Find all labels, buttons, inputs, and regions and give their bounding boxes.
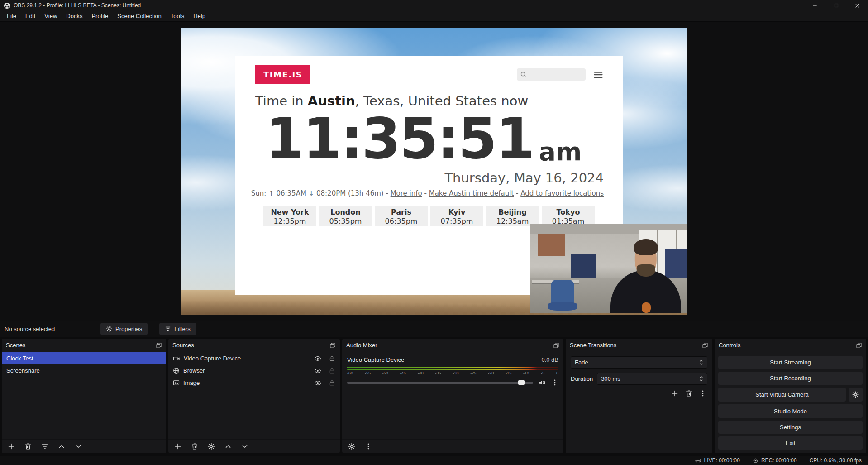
preview-area: TIME.IS Time in Austin, Texas, United St…: [0, 22, 868, 321]
exit-button[interactable]: Exit: [718, 436, 863, 450]
obs-logo-icon: [4, 2, 10, 9]
close-button[interactable]: [847, 0, 868, 11]
start-recording-button[interactable]: Start Recording: [718, 372, 863, 385]
camera-icon: [173, 355, 180, 362]
source-item-image[interactable]: Image: [168, 377, 340, 389]
timeis-logo: TIME.IS: [255, 65, 310, 84]
controls-dock-header: Controls: [715, 339, 866, 352]
scale-tick: -35: [435, 371, 441, 375]
start-virtual-camera-button[interactable]: Start Virtual Camera: [718, 388, 846, 402]
make-default-link: Make Austin time default: [429, 189, 514, 197]
duration-value: 300 ms: [601, 375, 620, 382]
scene-item-clock-test[interactable]: Clock Test: [2, 352, 166, 364]
lock-button[interactable]: [329, 355, 335, 362]
volume-slider[interactable]: [347, 382, 533, 384]
world-cities-row: New York12:35pm London05:35pm Paris06:35…: [235, 206, 623, 226]
source-item-video-capture[interactable]: Video Capture Device: [168, 352, 340, 364]
visibility-eye-button[interactable]: [314, 355, 321, 362]
popout-icon[interactable]: [553, 342, 559, 349]
move-scene-down-button[interactable]: [75, 443, 82, 450]
advanced-audio-button[interactable]: [348, 443, 355, 450]
move-scene-up-button[interactable]: [58, 443, 65, 450]
trash-icon: [191, 443, 198, 450]
menu-help[interactable]: Help: [189, 11, 210, 21]
link-separator: -: [422, 189, 429, 197]
mixer-more-button[interactable]: [365, 443, 372, 450]
filter-icon: [41, 443, 48, 450]
remove-source-button[interactable]: [191, 443, 198, 450]
move-source-down-button[interactable]: [241, 443, 248, 450]
virtual-camera-row: Start Virtual Camera: [718, 388, 863, 402]
scale-tick: -45: [400, 371, 406, 375]
office-chair: [551, 280, 574, 308]
popout-icon[interactable]: [329, 342, 336, 349]
lock-button[interactable]: [329, 367, 335, 374]
start-streaming-button[interactable]: Start Streaming: [718, 356, 863, 369]
add-transition-button[interactable]: [671, 390, 678, 397]
city-name: Beijing: [486, 208, 539, 217]
add-source-button[interactable]: [174, 443, 181, 450]
studio-mode-button[interactable]: Studio Mode: [718, 404, 863, 417]
duration-spinbox[interactable]: 300 ms: [597, 373, 707, 385]
add-scene-button[interactable]: [8, 443, 15, 450]
sources-list: Video Capture Device Browser Image: [168, 352, 340, 439]
plus-icon: [8, 443, 15, 450]
sources-dock: Sources Video Capture Device Browser Ima…: [168, 339, 340, 453]
visibility-eye-button[interactable]: [314, 367, 321, 374]
city-name: New York: [263, 208, 316, 217]
clock-time: 11:35:51: [265, 110, 534, 167]
person-beard: [637, 264, 655, 277]
source-properties-button[interactable]: [208, 443, 215, 450]
source-label: Image: [183, 379, 200, 386]
volume-slider-handle[interactable]: [518, 380, 525, 385]
menu-docks[interactable]: Docks: [62, 11, 87, 21]
clock-meridiem: am: [539, 139, 582, 167]
move-source-up-button[interactable]: [224, 443, 232, 450]
webcam-source: [530, 224, 687, 313]
scale-tick: -30: [453, 371, 458, 375]
scene-filters-button[interactable]: [41, 443, 48, 450]
source-item-browser[interactable]: Browser: [168, 364, 340, 377]
transition-properties-button[interactable]: [699, 390, 706, 397]
popout-icon[interactable]: [856, 342, 862, 349]
scale-tick: -60: [347, 371, 353, 375]
plus-icon: [174, 443, 181, 450]
virtual-camera-config-button[interactable]: [849, 388, 863, 402]
transition-select[interactable]: Fade: [571, 356, 707, 369]
record-icon: [753, 458, 758, 464]
mute-button[interactable]: [539, 379, 546, 386]
meter-scale: -60 -55 -50 -45 -40 -35 -30 -25 -20 -15 …: [347, 371, 558, 375]
channel-options-button[interactable]: [551, 379, 558, 386]
menu-profile[interactable]: Profile: [87, 11, 113, 21]
scene-item-screenshare[interactable]: Screenshare: [2, 364, 166, 377]
properties-button[interactable]: Properties: [100, 323, 148, 335]
menu-file[interactable]: File: [2, 11, 21, 21]
image-icon: [173, 379, 180, 386]
menu-view[interactable]: View: [40, 11, 62, 21]
scale-tick: -50: [382, 371, 388, 375]
audio-mixer-dock: Audio Mixer Video Capture Device 0.0 dB …: [342, 339, 563, 453]
filters-button[interactable]: Filters: [159, 323, 196, 335]
sun-info-line: Sun: ↑ 06:35AM ↓ 08:20PM (13h 46m) - Mor…: [235, 189, 623, 197]
visibility-eye-button[interactable]: [314, 379, 321, 387]
chevron-down-icon: [241, 443, 248, 450]
eye-icon: [314, 367, 321, 374]
remove-scene-button[interactable]: [24, 443, 32, 450]
preview-canvas[interactable]: TIME.IS Time in Austin, Texas, United St…: [181, 28, 687, 315]
city-time: 05:35pm: [319, 217, 372, 225]
minimize-button[interactable]: [804, 0, 825, 11]
maximize-button[interactable]: [825, 0, 847, 11]
settings-button[interactable]: Settings: [718, 421, 863, 434]
popout-icon[interactable]: [702, 342, 708, 349]
menu-tools[interactable]: Tools: [166, 11, 189, 21]
mixer-channel-name: Video Capture Device: [347, 356, 404, 363]
lock-button[interactable]: [329, 379, 335, 386]
menu-scene-collection[interactable]: Scene Collection: [113, 11, 166, 21]
scale-tick: -55: [365, 371, 371, 375]
sources-dock-title: Sources: [172, 342, 194, 349]
menu-edit[interactable]: Edit: [21, 11, 40, 21]
city-time: 06:35pm: [375, 217, 428, 225]
remove-transition-button[interactable]: [685, 390, 692, 397]
popout-icon[interactable]: [156, 342, 162, 349]
docks-row: Scenes Clock Test Screenshare Sources: [0, 337, 868, 456]
